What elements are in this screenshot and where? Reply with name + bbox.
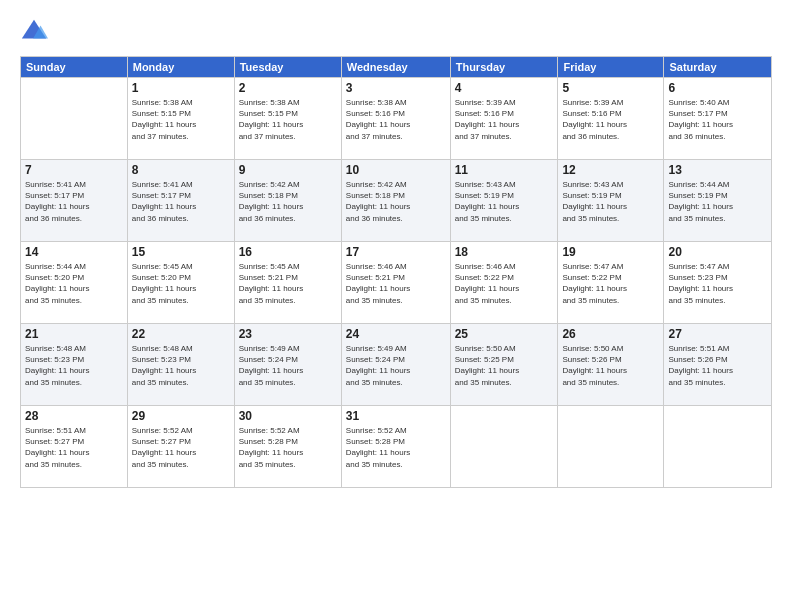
calendar-cell: 4Sunrise: 5:39 AM Sunset: 5:16 PM Daylig… [450, 78, 558, 160]
day-number: 7 [25, 163, 123, 177]
calendar-cell: 1Sunrise: 5:38 AM Sunset: 5:15 PM Daylig… [127, 78, 234, 160]
calendar-cell: 7Sunrise: 5:41 AM Sunset: 5:17 PM Daylig… [21, 160, 128, 242]
weekday-header-tuesday: Tuesday [234, 57, 341, 78]
logo [20, 18, 52, 46]
day-number: 15 [132, 245, 230, 259]
day-number: 31 [346, 409, 446, 423]
day-number: 3 [346, 81, 446, 95]
calendar-cell: 31Sunrise: 5:52 AM Sunset: 5:28 PM Dayli… [341, 406, 450, 488]
calendar-cell: 19Sunrise: 5:47 AM Sunset: 5:22 PM Dayli… [558, 242, 664, 324]
day-info: Sunrise: 5:52 AM Sunset: 5:28 PM Dayligh… [346, 425, 446, 470]
calendar-cell: 27Sunrise: 5:51 AM Sunset: 5:26 PM Dayli… [664, 324, 772, 406]
week-row-3: 14Sunrise: 5:44 AM Sunset: 5:20 PM Dayli… [21, 242, 772, 324]
calendar-cell: 16Sunrise: 5:45 AM Sunset: 5:21 PM Dayli… [234, 242, 341, 324]
day-info: Sunrise: 5:45 AM Sunset: 5:21 PM Dayligh… [239, 261, 337, 306]
day-number: 6 [668, 81, 767, 95]
day-info: Sunrise: 5:51 AM Sunset: 5:26 PM Dayligh… [668, 343, 767, 388]
day-info: Sunrise: 5:44 AM Sunset: 5:20 PM Dayligh… [25, 261, 123, 306]
calendar-cell [450, 406, 558, 488]
calendar-cell: 2Sunrise: 5:38 AM Sunset: 5:15 PM Daylig… [234, 78, 341, 160]
calendar-cell: 6Sunrise: 5:40 AM Sunset: 5:17 PM Daylig… [664, 78, 772, 160]
day-number: 21 [25, 327, 123, 341]
day-info: Sunrise: 5:45 AM Sunset: 5:20 PM Dayligh… [132, 261, 230, 306]
day-info: Sunrise: 5:44 AM Sunset: 5:19 PM Dayligh… [668, 179, 767, 224]
day-number: 18 [455, 245, 554, 259]
calendar-cell: 15Sunrise: 5:45 AM Sunset: 5:20 PM Dayli… [127, 242, 234, 324]
day-number: 16 [239, 245, 337, 259]
day-number: 24 [346, 327, 446, 341]
week-row-1: 1Sunrise: 5:38 AM Sunset: 5:15 PM Daylig… [21, 78, 772, 160]
day-number: 29 [132, 409, 230, 423]
calendar-cell: 11Sunrise: 5:43 AM Sunset: 5:19 PM Dayli… [450, 160, 558, 242]
day-info: Sunrise: 5:49 AM Sunset: 5:24 PM Dayligh… [346, 343, 446, 388]
day-number: 28 [25, 409, 123, 423]
calendar-cell: 25Sunrise: 5:50 AM Sunset: 5:25 PM Dayli… [450, 324, 558, 406]
weekday-header-wednesday: Wednesday [341, 57, 450, 78]
day-number: 23 [239, 327, 337, 341]
header [20, 18, 772, 46]
calendar-cell: 13Sunrise: 5:44 AM Sunset: 5:19 PM Dayli… [664, 160, 772, 242]
week-row-2: 7Sunrise: 5:41 AM Sunset: 5:17 PM Daylig… [21, 160, 772, 242]
calendar-cell: 17Sunrise: 5:46 AM Sunset: 5:21 PM Dayli… [341, 242, 450, 324]
calendar-cell: 12Sunrise: 5:43 AM Sunset: 5:19 PM Dayli… [558, 160, 664, 242]
day-number: 17 [346, 245, 446, 259]
weekday-header-row: SundayMondayTuesdayWednesdayThursdayFrid… [21, 57, 772, 78]
calendar-cell: 29Sunrise: 5:52 AM Sunset: 5:27 PM Dayli… [127, 406, 234, 488]
week-row-4: 21Sunrise: 5:48 AM Sunset: 5:23 PM Dayli… [21, 324, 772, 406]
calendar-cell: 5Sunrise: 5:39 AM Sunset: 5:16 PM Daylig… [558, 78, 664, 160]
calendar-table: SundayMondayTuesdayWednesdayThursdayFrid… [20, 56, 772, 488]
day-info: Sunrise: 5:39 AM Sunset: 5:16 PM Dayligh… [455, 97, 554, 142]
day-info: Sunrise: 5:40 AM Sunset: 5:17 PM Dayligh… [668, 97, 767, 142]
calendar-cell: 21Sunrise: 5:48 AM Sunset: 5:23 PM Dayli… [21, 324, 128, 406]
day-info: Sunrise: 5:48 AM Sunset: 5:23 PM Dayligh… [132, 343, 230, 388]
day-info: Sunrise: 5:43 AM Sunset: 5:19 PM Dayligh… [562, 179, 659, 224]
day-number: 11 [455, 163, 554, 177]
calendar-cell: 20Sunrise: 5:47 AM Sunset: 5:23 PM Dayli… [664, 242, 772, 324]
day-info: Sunrise: 5:42 AM Sunset: 5:18 PM Dayligh… [239, 179, 337, 224]
day-info: Sunrise: 5:52 AM Sunset: 5:27 PM Dayligh… [132, 425, 230, 470]
day-info: Sunrise: 5:47 AM Sunset: 5:23 PM Dayligh… [668, 261, 767, 306]
calendar-cell: 14Sunrise: 5:44 AM Sunset: 5:20 PM Dayli… [21, 242, 128, 324]
calendar-cell: 30Sunrise: 5:52 AM Sunset: 5:28 PM Dayli… [234, 406, 341, 488]
day-number: 5 [562, 81, 659, 95]
day-number: 20 [668, 245, 767, 259]
day-number: 22 [132, 327, 230, 341]
day-number: 14 [25, 245, 123, 259]
day-number: 9 [239, 163, 337, 177]
calendar-cell: 23Sunrise: 5:49 AM Sunset: 5:24 PM Dayli… [234, 324, 341, 406]
day-info: Sunrise: 5:38 AM Sunset: 5:15 PM Dayligh… [132, 97, 230, 142]
day-number: 8 [132, 163, 230, 177]
day-info: Sunrise: 5:41 AM Sunset: 5:17 PM Dayligh… [132, 179, 230, 224]
day-number: 4 [455, 81, 554, 95]
calendar-cell: 28Sunrise: 5:51 AM Sunset: 5:27 PM Dayli… [21, 406, 128, 488]
weekday-header-sunday: Sunday [21, 57, 128, 78]
day-info: Sunrise: 5:46 AM Sunset: 5:21 PM Dayligh… [346, 261, 446, 306]
day-info: Sunrise: 5:38 AM Sunset: 5:16 PM Dayligh… [346, 97, 446, 142]
calendar-cell: 3Sunrise: 5:38 AM Sunset: 5:16 PM Daylig… [341, 78, 450, 160]
calendar-cell: 10Sunrise: 5:42 AM Sunset: 5:18 PM Dayli… [341, 160, 450, 242]
weekday-header-monday: Monday [127, 57, 234, 78]
page: SundayMondayTuesdayWednesdayThursdayFrid… [0, 0, 792, 612]
calendar-cell: 18Sunrise: 5:46 AM Sunset: 5:22 PM Dayli… [450, 242, 558, 324]
day-number: 12 [562, 163, 659, 177]
calendar-cell: 22Sunrise: 5:48 AM Sunset: 5:23 PM Dayli… [127, 324, 234, 406]
weekday-header-saturday: Saturday [664, 57, 772, 78]
day-info: Sunrise: 5:42 AM Sunset: 5:18 PM Dayligh… [346, 179, 446, 224]
calendar-cell: 8Sunrise: 5:41 AM Sunset: 5:17 PM Daylig… [127, 160, 234, 242]
day-info: Sunrise: 5:39 AM Sunset: 5:16 PM Dayligh… [562, 97, 659, 142]
day-info: Sunrise: 5:48 AM Sunset: 5:23 PM Dayligh… [25, 343, 123, 388]
day-info: Sunrise: 5:43 AM Sunset: 5:19 PM Dayligh… [455, 179, 554, 224]
calendar-cell [558, 406, 664, 488]
day-info: Sunrise: 5:51 AM Sunset: 5:27 PM Dayligh… [25, 425, 123, 470]
day-info: Sunrise: 5:50 AM Sunset: 5:25 PM Dayligh… [455, 343, 554, 388]
day-number: 30 [239, 409, 337, 423]
weekday-header-friday: Friday [558, 57, 664, 78]
day-number: 19 [562, 245, 659, 259]
calendar-cell: 24Sunrise: 5:49 AM Sunset: 5:24 PM Dayli… [341, 324, 450, 406]
day-number: 2 [239, 81, 337, 95]
day-number: 13 [668, 163, 767, 177]
day-info: Sunrise: 5:49 AM Sunset: 5:24 PM Dayligh… [239, 343, 337, 388]
calendar-cell [21, 78, 128, 160]
day-info: Sunrise: 5:50 AM Sunset: 5:26 PM Dayligh… [562, 343, 659, 388]
day-info: Sunrise: 5:47 AM Sunset: 5:22 PM Dayligh… [562, 261, 659, 306]
